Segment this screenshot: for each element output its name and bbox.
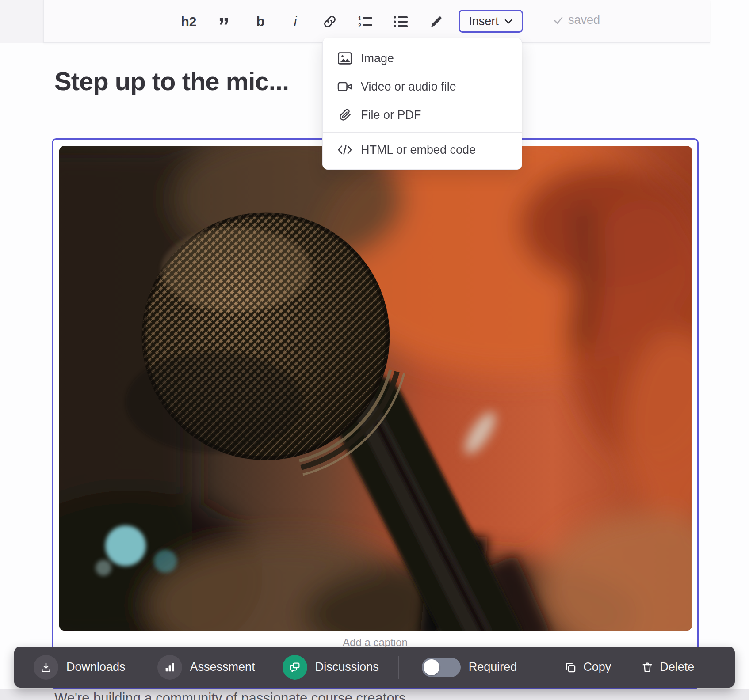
toolbar-left-gutter	[0, 0, 43, 43]
svg-text:1: 1	[358, 15, 361, 22]
bullet-list-button[interactable]	[390, 11, 411, 32]
highlight-pen-button[interactable]	[426, 11, 447, 32]
bullet-list-icon	[393, 15, 408, 29]
bold-glyph: b	[256, 14, 265, 30]
required-toggle[interactable]	[422, 658, 461, 677]
save-status-label: saved	[568, 13, 600, 27]
toolbar-divider	[541, 11, 541, 33]
link-icon	[323, 15, 337, 29]
menu-item-embed[interactable]: HTML or embed code	[323, 136, 522, 164]
copy-button[interactable]: Copy	[564, 660, 611, 674]
menu-item-label: HTML or embed code	[361, 143, 476, 157]
copy-label: Copy	[583, 660, 611, 674]
delete-label: Delete	[660, 660, 694, 674]
ordered-list-icon: 1 2	[357, 15, 373, 29]
image-icon	[337, 52, 353, 65]
menu-item-label: Video or audio file	[361, 80, 456, 94]
formatting-toolbar: h2 ” b i 1 2	[43, 0, 710, 43]
check-icon	[553, 15, 564, 26]
menu-divider	[323, 132, 522, 133]
blockquote-button[interactable]: ”	[214, 11, 234, 32]
chat-icon	[283, 655, 307, 680]
delete-button[interactable]: Delete	[641, 660, 694, 674]
download-icon	[34, 655, 58, 680]
save-status: saved	[553, 13, 600, 27]
menu-item-file[interactable]: File or PDF	[323, 101, 522, 129]
action-bar-divider	[538, 656, 538, 679]
bold-button[interactable]: b	[250, 11, 271, 32]
downloads-label: Downloads	[66, 660, 126, 674]
action-bar-divider	[398, 656, 399, 679]
insert-label: Insert	[469, 15, 499, 28]
block-action-bar: Downloads Assessment Discussions	[14, 647, 735, 688]
blockquote-glyph: ”	[218, 22, 229, 30]
required-label: Required	[469, 660, 517, 674]
image-block[interactable]: Add a caption	[52, 138, 699, 689]
italic-button[interactable]: i	[285, 11, 306, 32]
page-title[interactable]: Step up to the mic...	[54, 66, 289, 96]
link-button[interactable]	[320, 11, 340, 32]
discussions-button[interactable]: Discussions	[283, 655, 379, 680]
chevron-down-icon	[504, 18, 513, 24]
italic-glyph: i	[294, 14, 297, 30]
menu-item-label: File or PDF	[361, 108, 421, 122]
video-icon	[337, 81, 353, 92]
heading2-glyph: h2	[181, 14, 196, 29]
next-paragraph[interactable]: We're building a community of passionate…	[54, 690, 406, 700]
copy-icon	[564, 661, 577, 674]
insert-menu: Image Video or audio file File or PDF	[322, 38, 522, 170]
toggle-knob	[424, 659, 439, 675]
pencil-icon	[430, 15, 443, 28]
code-icon	[337, 144, 353, 156]
assessment-button[interactable]: Assessment	[157, 655, 255, 680]
microphone-photo	[59, 146, 692, 631]
discussions-label: Discussions	[315, 660, 379, 674]
trash-icon	[641, 661, 653, 673]
paperclip-icon	[337, 108, 353, 122]
menu-item-video[interactable]: Video or audio file	[323, 72, 522, 101]
svg-text:2: 2	[358, 22, 361, 29]
heading2-button[interactable]: h2	[179, 11, 199, 32]
lesson-editor: h2 ” b i 1 2	[0, 0, 749, 700]
bar-chart-icon	[157, 655, 182, 680]
ordered-list-button[interactable]: 1 2	[355, 11, 375, 32]
menu-item-label: Image	[361, 52, 394, 65]
assessment-label: Assessment	[190, 660, 255, 674]
insert-button[interactable]: Insert	[459, 10, 523, 33]
downloads-button[interactable]: Downloads	[34, 655, 126, 680]
menu-item-image[interactable]: Image	[323, 44, 522, 72]
